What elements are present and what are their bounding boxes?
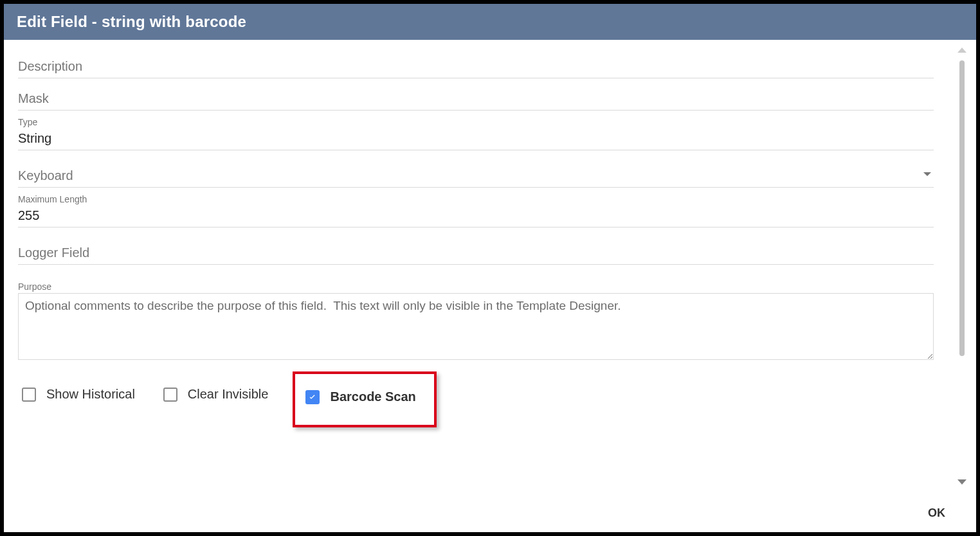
- dialog-body: Type Maximum Length Purpose Show Histori…: [4, 40, 976, 494]
- keyboard-field: [18, 165, 934, 188]
- keyboard-select[interactable]: [18, 165, 934, 188]
- ok-button[interactable]: OK: [919, 501, 954, 525]
- checkbox-icon: [163, 388, 177, 402]
- purpose-label: Purpose: [18, 281, 934, 292]
- edit-field-dialog: Edit Field - string with barcode Type Ma…: [0, 0, 980, 536]
- type-label: Type: [18, 117, 934, 127]
- checkbox-icon: [305, 390, 320, 404]
- description-input[interactable]: [18, 55, 934, 78]
- barcode-scan-checkbox[interactable]: Barcode Scan: [302, 387, 419, 407]
- scroll-thumb[interactable]: [959, 60, 965, 356]
- purpose-textarea[interactable]: [18, 293, 934, 360]
- dialog-footer: OK: [4, 494, 976, 532]
- checkbox-row: Show Historical Clear Invisible Barcode …: [18, 384, 934, 427]
- maxlen-label: Maximum Length: [18, 194, 934, 204]
- show-historical-checkbox[interactable]: Show Historical: [18, 384, 139, 404]
- description-field: [18, 55, 934, 78]
- scroll-down-icon[interactable]: [957, 479, 966, 485]
- checkbox-label: Show Historical: [46, 387, 135, 402]
- checkbox-label: Barcode Scan: [330, 389, 415, 404]
- mask-input[interactable]: [18, 87, 934, 111]
- vertical-scrollbar[interactable]: [948, 40, 976, 494]
- checkbox-label: Clear Invisible: [188, 387, 269, 402]
- type-input[interactable]: [18, 129, 934, 150]
- barcode-scan-highlight: Barcode Scan: [293, 371, 436, 427]
- scroll-track[interactable]: [959, 57, 965, 476]
- logger-field: [18, 242, 934, 265]
- dialog-title: Edit Field - string with barcode: [4, 4, 976, 40]
- maxlen-input[interactable]: [18, 206, 934, 228]
- scroll-up-icon[interactable]: [957, 48, 966, 53]
- form-content: Type Maximum Length Purpose Show Histori…: [4, 40, 948, 494]
- mask-field: [18, 87, 934, 111]
- checkbox-icon: [22, 388, 36, 402]
- logger-input[interactable]: [18, 242, 934, 265]
- clear-invisible-checkbox[interactable]: Clear Invisible: [159, 384, 273, 404]
